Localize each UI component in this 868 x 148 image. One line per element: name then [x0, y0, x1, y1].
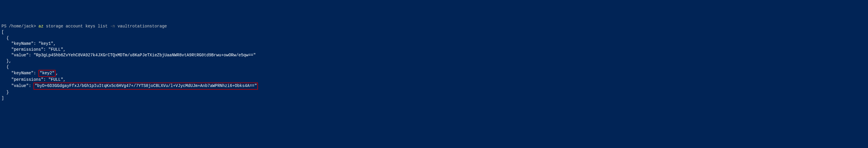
- json-key1-name: "keyName": "key1",: [1, 41, 56, 46]
- ps-prompt: PS /home/jack>: [1, 24, 38, 29]
- json-object-open: {: [1, 36, 9, 41]
- json-key2-name-prefix: "keyName":: [1, 71, 38, 75]
- json-key1-permissions: "permissions": "FULL",: [1, 47, 65, 52]
- command-az: az: [38, 24, 43, 29]
- json-object-close-2: }: [1, 90, 9, 95]
- json-bracket-open: [: [1, 30, 4, 34]
- json-key1-value: "value": "Rp3gLp4Shb6ZvYehC8VA927k4JXGrC…: [1, 53, 256, 57]
- command-arg-value: vaultrotationstorage: [115, 24, 167, 29]
- terminal-output: PS /home/jack> az storage account keys l…: [1, 24, 867, 101]
- json-key2-value-prefix: "value":: [1, 83, 33, 88]
- json-object-close: },: [1, 59, 11, 64]
- json-bracket-close: ]: [1, 96, 4, 101]
- json-key2-name-suffix: ,: [56, 71, 58, 75]
- json-object-open-2: {: [1, 65, 9, 69]
- command-flag: -n: [110, 24, 115, 29]
- json-key2-permissions: "permissions": "FULL",: [1, 77, 65, 82]
- json-key2-name-highlighted: "key2": [38, 70, 56, 77]
- json-key2-value-highlighted: "byD+6D3GGdgayFfxJ/bGh1pIuItqKx5c6HVg47+…: [33, 82, 258, 90]
- command-args: storage account keys list: [43, 24, 110, 29]
